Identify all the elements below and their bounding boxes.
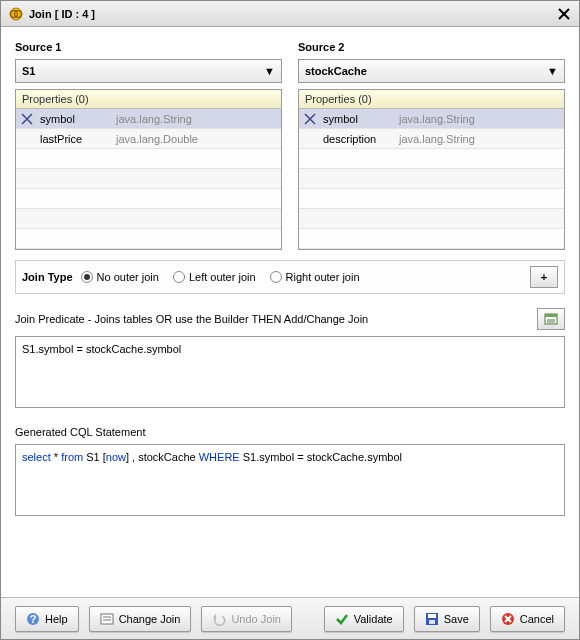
radio-icon [81,271,93,283]
cql-keyword: from [61,451,83,463]
button-label: Undo Join [231,613,281,625]
validate-button[interactable]: Validate [324,606,404,632]
property-row[interactable] [299,229,564,249]
titlebar: Join [ ID : 4 ] [1,1,579,27]
cql-text: S1.symbol = stockCache.symbol [240,451,402,463]
generated-cql-box: select * from S1 [now] , stockCache WHER… [15,444,565,516]
undo-join-button: Undo Join [201,606,292,632]
cql-keyword: now [106,451,126,463]
property-type: java.lang.String [399,133,475,145]
join-key-icon [303,113,317,125]
property-row[interactable] [299,209,564,229]
change-join-icon [100,612,114,626]
generated-cql-label: Generated CQL Statement [15,426,565,438]
property-type: java.lang.Double [116,133,198,145]
property-type: java.lang.String [116,113,192,125]
source2-selected: stockCache [305,65,367,77]
plus-icon: + [541,271,547,283]
source1-property-list: symboljava.lang.StringlastPricejava.lang… [16,109,281,249]
source1-label: Source 1 [15,41,282,53]
cql-keyword: select [22,451,51,463]
help-button[interactable]: ? Help [15,606,79,632]
radio-icon [270,271,282,283]
property-row[interactable]: symboljava.lang.String [299,109,564,129]
radio-icon [173,271,185,283]
property-row[interactable] [16,209,281,229]
radio-label: Right outer join [286,271,360,283]
builder-icon [544,312,558,326]
builder-button[interactable] [537,308,565,330]
cql-text: ] , stockCache [126,451,199,463]
join-type-label: Join Type [22,271,73,283]
source2-properties-header: Properties (0) [299,90,564,109]
button-label: Change Join [119,613,181,625]
source2-label: Source 2 [298,41,565,53]
source1-panel: Source 1 S1 ▼ Properties (0) symboljava.… [15,41,282,250]
source1-properties-header: Properties (0) [16,90,281,109]
cancel-icon [501,612,515,626]
button-label: Cancel [520,613,554,625]
cql-text: * [51,451,61,463]
source2-panel: Source 2 stockCache ▼ Properties (0) sym… [298,41,565,250]
sources-row: Source 1 S1 ▼ Properties (0) symboljava.… [15,41,565,250]
property-name: symbol [40,113,110,125]
radio-left-outer-join[interactable]: Left outer join [173,271,256,283]
source1-selected: S1 [22,65,35,77]
svg-point-0 [10,8,22,20]
join-type-row: Join Type No outer join Left outer join … [15,260,565,294]
help-icon: ? [26,612,40,626]
save-button[interactable]: Save [414,606,480,632]
property-type: java.lang.String [399,113,475,125]
chevron-down-icon: ▼ [547,65,558,77]
predicate-textarea[interactable]: S1.symbol = stockCache.symbol [15,336,565,408]
property-name: symbol [323,113,393,125]
property-row[interactable]: lastPricejava.lang.Double [16,129,281,149]
property-name: lastPrice [40,133,110,145]
button-label: Help [45,613,68,625]
cql-text: S1 [ [83,451,106,463]
property-row[interactable] [299,189,564,209]
property-row[interactable] [16,149,281,169]
add-join-button[interactable]: + [530,266,558,288]
property-row[interactable] [299,149,564,169]
chevron-down-icon: ▼ [264,65,275,77]
property-name: description [323,133,393,145]
source2-properties: Properties (0) symboljava.lang.Stringdes… [298,89,565,250]
source2-select[interactable]: stockCache ▼ [298,59,565,83]
property-row[interactable] [299,169,564,189]
svg-rect-6 [545,314,557,317]
svg-rect-16 [428,614,436,618]
radio-label: No outer join [97,271,159,283]
radio-label: Left outer join [189,271,256,283]
join-key-icon [20,113,34,125]
join-title-icon [9,7,23,21]
check-icon [335,612,349,626]
button-label: Save [444,613,469,625]
property-row[interactable] [16,189,281,209]
source1-properties: Properties (0) symboljava.lang.Stringlas… [15,89,282,250]
dialog-title: Join [ ID : 4 ] [29,8,557,20]
cql-keyword: WHERE [199,451,240,463]
button-bar: ? Help Change Join Undo Join Validate [1,597,579,639]
property-row[interactable]: symboljava.lang.String [16,109,281,129]
close-icon[interactable] [557,7,571,21]
save-icon [425,612,439,626]
dialog-content: Source 1 S1 ▼ Properties (0) symboljava.… [1,27,579,597]
predicate-label: Join Predicate - Joins tables OR use the… [15,313,368,325]
property-row[interactable] [16,169,281,189]
svg-rect-11 [101,614,113,624]
svg-text:?: ? [30,613,37,625]
cancel-button[interactable]: Cancel [490,606,565,632]
button-label: Validate [354,613,393,625]
undo-icon [212,612,226,626]
join-dialog: Join [ ID : 4 ] Source 1 S1 ▼ Properties… [0,0,580,640]
radio-no-outer-join[interactable]: No outer join [81,271,159,283]
change-join-button[interactable]: Change Join [89,606,192,632]
property-row[interactable]: descriptionjava.lang.String [299,129,564,149]
predicate-label-row: Join Predicate - Joins tables OR use the… [15,308,565,330]
radio-right-outer-join[interactable]: Right outer join [270,271,360,283]
source1-select[interactable]: S1 ▼ [15,59,282,83]
svg-rect-17 [429,620,435,624]
source2-property-list: symboljava.lang.Stringdescriptionjava.la… [299,109,564,249]
property-row[interactable] [16,229,281,249]
